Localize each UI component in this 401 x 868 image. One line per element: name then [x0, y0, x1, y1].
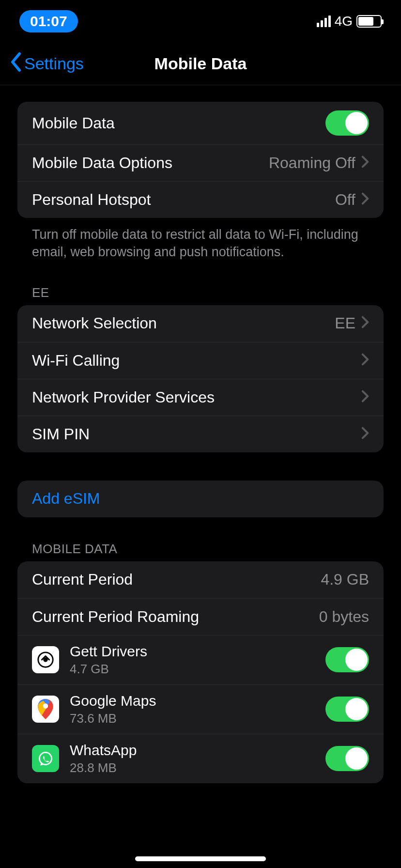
- app-usage-row-whatsapp[interactable]: WhatsApp 28.8 MB: [17, 734, 384, 783]
- sim-pin-label: SIM PIN: [32, 425, 361, 443]
- esim-group: Add eSIM: [17, 480, 384, 517]
- home-indicator[interactable]: [135, 856, 266, 861]
- app-usage: 4.7 GB: [70, 662, 325, 677]
- mobile-data-options-row[interactable]: Mobile Data Options Roaming Off: [17, 144, 384, 181]
- mobile-data-footer: Turn off mobile data to restrict all dat…: [17, 218, 384, 261]
- chevron-right-icon: [361, 352, 369, 370]
- app-toggle-maps[interactable]: [325, 697, 369, 722]
- mobile-data-toggle[interactable]: [325, 110, 369, 136]
- status-right-cluster: 4G: [317, 14, 382, 29]
- app-toggle-gett[interactable]: [325, 647, 369, 672]
- current-roaming-value: 0 bytes: [319, 608, 369, 626]
- status-bar: 01:07 4G: [0, 0, 401, 43]
- hotspot-label: Personal Hotspot: [32, 191, 335, 209]
- options-value: Roaming Off: [269, 154, 355, 172]
- current-roaming-label: Current Period Roaming: [32, 608, 319, 626]
- current-period-value: 4.9 GB: [321, 571, 369, 589]
- back-label: Settings: [24, 54, 84, 73]
- battery-icon: [356, 15, 382, 28]
- app-usage-row-gett[interactable]: Gett Drivers 4.7 GB: [17, 635, 384, 684]
- current-roaming-row: Current Period Roaming 0 bytes: [17, 598, 384, 635]
- chevron-right-icon: [361, 425, 369, 443]
- carrier-header: EE: [17, 261, 384, 305]
- app-name: WhatsApp: [70, 742, 325, 759]
- chevron-right-icon: [361, 191, 369, 209]
- network-label: 4G: [335, 14, 353, 29]
- app-toggle-whatsapp[interactable]: [325, 746, 369, 771]
- current-period-row: Current Period 4.9 GB: [17, 561, 384, 598]
- usage-group: Current Period 4.9 GB Current Period Roa…: [17, 561, 384, 783]
- network-selection-value: EE: [335, 314, 355, 332]
- usage-header: MOBILE DATA: [17, 517, 384, 561]
- wifi-calling-row[interactable]: Wi-Fi Calling: [17, 342, 384, 379]
- mobile-data-row[interactable]: Mobile Data: [17, 102, 384, 144]
- hotspot-value: Off: [335, 191, 355, 209]
- mobile-data-label: Mobile Data: [32, 114, 325, 132]
- options-label: Mobile Data Options: [32, 154, 269, 172]
- google-maps-icon: [32, 696, 59, 723]
- wifi-calling-label: Wi-Fi Calling: [32, 352, 361, 370]
- whatsapp-icon: [32, 745, 59, 772]
- page-title: Mobile Data: [154, 54, 247, 73]
- app-usage: 28.8 MB: [70, 760, 325, 775]
- nav-bar: Settings Mobile Data: [0, 43, 401, 85]
- add-esim-label: Add eSIM: [32, 490, 369, 508]
- chevron-left-icon: [10, 52, 22, 76]
- add-esim-row[interactable]: Add eSIM: [17, 480, 384, 517]
- carrier-group: Network Selection EE Wi-Fi Calling Netwo…: [17, 305, 384, 452]
- chevron-right-icon: [361, 314, 369, 332]
- back-button[interactable]: Settings: [10, 52, 84, 76]
- provider-services-label: Network Provider Services: [32, 388, 361, 406]
- mobile-data-group: Mobile Data Mobile Data Options Roaming …: [17, 102, 384, 218]
- network-selection-label: Network Selection: [32, 314, 335, 332]
- chevron-right-icon: [361, 388, 369, 406]
- status-time: 01:07: [19, 10, 78, 32]
- gett-drivers-icon: [32, 646, 59, 673]
- network-selection-row[interactable]: Network Selection EE: [17, 305, 384, 342]
- current-period-label: Current Period: [32, 571, 321, 589]
- provider-services-row[interactable]: Network Provider Services: [17, 379, 384, 416]
- personal-hotspot-row[interactable]: Personal Hotspot Off: [17, 181, 384, 218]
- sim-pin-row[interactable]: SIM PIN: [17, 416, 384, 452]
- app-name: Google Maps: [70, 693, 325, 709]
- signal-icon: [317, 16, 331, 27]
- app-usage-row-maps[interactable]: Google Maps 73.6 MB: [17, 684, 384, 734]
- chevron-right-icon: [361, 154, 369, 172]
- app-name: Gett Drivers: [70, 643, 325, 660]
- app-usage: 73.6 MB: [70, 711, 325, 726]
